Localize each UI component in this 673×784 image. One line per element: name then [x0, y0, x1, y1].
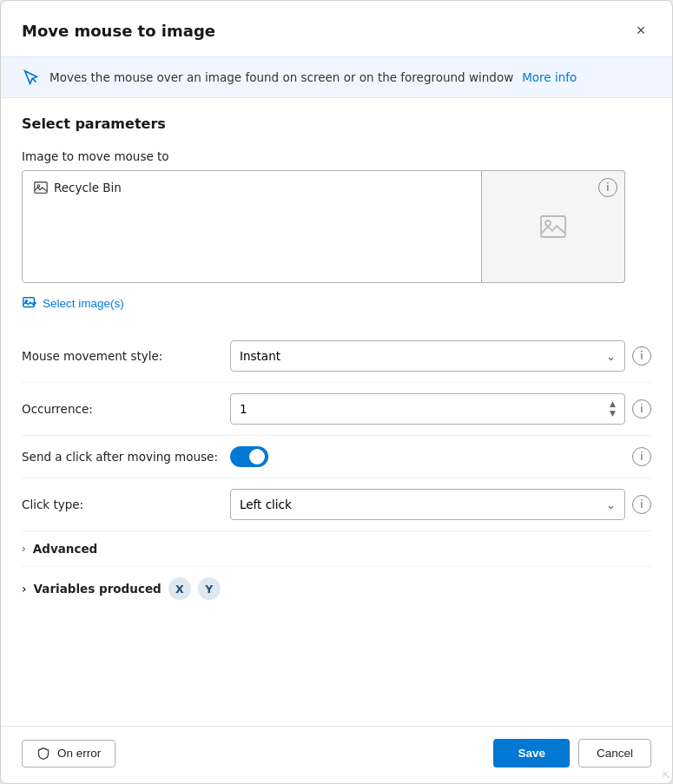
- spinner-up-icon[interactable]: ▲: [610, 399, 616, 409]
- shield-icon: [36, 747, 50, 761]
- mouse-movement-label: Mouse movement style:: [22, 349, 221, 363]
- send-click-info[interactable]: i: [632, 447, 651, 466]
- var-y-badge: Y: [198, 577, 221, 600]
- image-placeholder-icon: [538, 211, 569, 242]
- section-title: Select parameters: [22, 115, 651, 132]
- dialog-footer: On error Save Cancel: [1, 726, 672, 783]
- on-error-label: On error: [57, 747, 101, 760]
- image-preview-box: i: [482, 170, 625, 283]
- mouse-movement-dropdown[interactable]: Instant ⌄: [230, 340, 625, 372]
- click-type-control: Left click ⌄ i: [230, 489, 651, 520]
- mouse-movement-row: Mouse movement style: Instant ⌄ i: [22, 330, 651, 383]
- click-type-dropdown[interactable]: Left click ⌄: [230, 489, 625, 520]
- occurrence-label: Occurrence:: [22, 402, 221, 416]
- footer-actions: Save Cancel: [493, 739, 651, 768]
- send-click-control: i: [230, 446, 651, 467]
- svg-point-4: [545, 221, 551, 226]
- image-main-box[interactable]: Recycle Bin: [22, 170, 482, 283]
- var-x-badge: X: [168, 577, 191, 600]
- variables-produced-section[interactable]: › Variables produced X Y: [22, 567, 651, 610]
- info-banner-text: Moves the mouse over an image found on s…: [49, 70, 513, 84]
- svg-rect-3: [541, 216, 565, 237]
- titlebar: Move mouse to image ×: [1, 1, 672, 56]
- image-info-circle[interactable]: i: [598, 178, 617, 197]
- selected-image-label: Recycle Bin: [33, 180, 122, 195]
- dialog-body: Select parameters Image to move mouse to…: [1, 98, 672, 726]
- mouse-movement-control: Instant ⌄ i: [230, 340, 651, 372]
- occurrence-row: Occurrence: 1 ▲ ▼ i: [22, 383, 651, 436]
- more-info-link[interactable]: More info: [522, 70, 577, 84]
- svg-rect-1: [35, 182, 47, 194]
- occurrence-spinner[interactable]: 1 ▲ ▼: [230, 393, 625, 425]
- info-banner: Moves the mouse over an image found on s…: [1, 56, 672, 98]
- occurrence-control: 1 ▲ ▼ i: [230, 393, 651, 425]
- image-field-label: Image to move mouse to: [22, 149, 651, 163]
- click-type-info[interactable]: i: [632, 495, 651, 514]
- variables-chevron-icon: ›: [22, 582, 27, 596]
- select-image-icon: [22, 295, 37, 311]
- send-click-toggle[interactable]: [230, 446, 268, 467]
- click-type-chevron-icon: ⌄: [606, 498, 616, 511]
- save-button[interactable]: Save: [493, 739, 570, 768]
- move-mouse-dialog: Move mouse to image × Moves the mouse ov…: [0, 0, 673, 784]
- variables-label: Variables produced: [34, 582, 162, 596]
- image-selection-area: Recycle Bin i: [22, 170, 651, 283]
- image-thumbnail-icon: [33, 180, 49, 195]
- on-error-button[interactable]: On error: [22, 740, 115, 768]
- click-type-row: Click type: Left click ⌄ i: [22, 478, 651, 531]
- mouse-movement-info[interactable]: i: [632, 346, 651, 366]
- dialog-title: Move mouse to image: [22, 22, 215, 40]
- advanced-chevron-icon: ›: [22, 543, 26, 555]
- advanced-label: Advanced: [33, 542, 97, 556]
- send-click-label: Send a click after moving mouse:: [22, 450, 221, 464]
- select-images-button[interactable]: Select image(s): [22, 292, 651, 314]
- close-button[interactable]: ×: [627, 16, 655, 44]
- send-click-row: Send a click after moving mouse: i: [22, 436, 651, 478]
- click-type-label: Click type:: [22, 497, 221, 511]
- cancel-button[interactable]: Cancel: [578, 739, 651, 768]
- occurrence-info[interactable]: i: [632, 399, 651, 418]
- select-images-label: Select image(s): [43, 297, 124, 310]
- mouse-cursor-icon: [22, 68, 41, 87]
- spinner-arrows[interactable]: ▲ ▼: [610, 399, 616, 418]
- advanced-section[interactable]: › Advanced: [22, 531, 651, 567]
- toggle-knob: [249, 449, 265, 464]
- resize-handle: ⇱: [663, 770, 670, 781]
- spinner-down-icon[interactable]: ▼: [610, 409, 616, 418]
- dropdown-chevron-icon: ⌄: [606, 350, 616, 363]
